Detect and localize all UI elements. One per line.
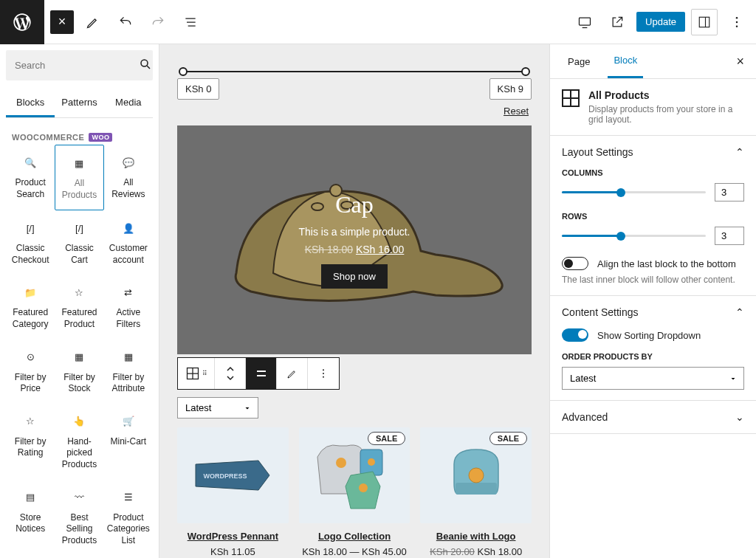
block-item-label: Filter by Attribute — [107, 372, 150, 395]
block-item-label: All Products — [58, 178, 100, 201]
close-inserter-button[interactable]: × — [50, 10, 74, 34]
block-item-label: Mini-Cart — [110, 436, 146, 448]
block-item-label: Store Notices — [9, 512, 52, 535]
editor-topbar: × Update — [0, 0, 756, 44]
product-card[interactable]: SALELogo CollectionKSh 18.00 — KSh 45.00… — [299, 427, 410, 558]
close-icon[interactable]: × — [736, 54, 744, 69]
rows-input[interactable] — [715, 227, 744, 245]
list-view-icon[interactable] — [177, 9, 204, 35]
redo-icon[interactable] — [145, 9, 171, 35]
block-item-product-collection-beta-[interactable]: ▦Product Collection (Beta) — [55, 555, 103, 558]
sort-dropdown[interactable]: Latest — [177, 397, 258, 418]
block-item-active-filters[interactable]: ⇄Active Filters — [104, 275, 153, 339]
device-preview-icon[interactable] — [571, 9, 598, 35]
product-card[interactable]: SALEBeanie with LogoKSh 20.00 KSh 18.00A… — [420, 427, 532, 558]
block-item-products-by-category[interactable]: 📁Products by Category — [6, 555, 55, 558]
product-card[interactable]: WORDPRESSWordPress PennantKSh 11.05Buy o… — [177, 427, 289, 558]
editor-canvas[interactable]: KSh 0 KSh 9 Reset Cap This is a simple p… — [159, 44, 549, 558]
external-link-icon[interactable] — [604, 9, 630, 35]
chevron-down-icon: ⌄ — [735, 411, 744, 423]
product-name[interactable]: Logo Collection — [299, 531, 410, 542]
block-item-label: Hand-picked Products — [58, 436, 100, 471]
block-settings-panel: Page Block × All Products Display produc… — [549, 44, 756, 558]
block-icon: [/] — [21, 219, 39, 237]
content-settings-header[interactable]: Content Settings⌃ — [562, 306, 744, 318]
block-item-filter-by-rating[interactable]: ☆Filter by Rating — [6, 404, 55, 480]
product-name[interactable]: WordPress Pennant — [177, 531, 289, 542]
block-item-filter-by-attribute[interactable]: ▦Filter by Attribute — [104, 340, 153, 404]
tab-patterns[interactable]: Patterns — [55, 89, 103, 117]
price-filter-slider[interactable] — [183, 71, 526, 72]
search-input-wrapper[interactable] — [6, 50, 153, 80]
block-item-hand-picked-products[interactable]: 👆Hand-picked Products — [55, 404, 103, 480]
svg-rect-11 — [257, 375, 266, 376]
toolbar-edit-icon[interactable] — [277, 358, 308, 389]
block-item-classic-checkout[interactable]: [/]Classic Checkout — [6, 210, 55, 275]
more-options-icon[interactable] — [724, 9, 750, 35]
svg-point-12 — [323, 369, 324, 371]
block-item-product-search[interactable]: 🔍Product Search — [6, 145, 55, 210]
svg-text:WORDPRESS: WORDPRESS — [204, 472, 247, 480]
svg-point-22 — [469, 468, 484, 483]
block-item-mini-cart[interactable]: 🛒Mini-Cart — [104, 404, 153, 480]
tab-media[interactable]: Media — [104, 89, 153, 117]
sorting-toggle[interactable] — [562, 328, 588, 342]
columns-slider[interactable] — [562, 191, 706, 193]
update-button[interactable]: Update — [636, 12, 685, 32]
columns-input[interactable] — [715, 183, 744, 202]
wordpress-logo[interactable] — [0, 0, 44, 44]
block-icon: ☆ — [21, 413, 39, 430]
toolbar-move-icon[interactable] — [215, 358, 246, 389]
slider-handle-max[interactable] — [521, 67, 530, 76]
block-item-newest-products[interactable]: ✨Newest Products — [104, 555, 153, 558]
block-icon: 📁 — [21, 283, 39, 301]
layout-settings-header[interactable]: Layout Settings⌃ — [562, 146, 744, 158]
toolbar-more-icon[interactable] — [308, 358, 339, 389]
pencil-icon[interactable] — [80, 9, 106, 35]
align-hint: The last inner block will follow other c… — [562, 275, 744, 285]
shop-now-button[interactable]: Shop now — [321, 264, 388, 289]
tab-blocks[interactable]: Blocks — [6, 89, 55, 117]
slider-handle-min[interactable] — [179, 67, 188, 76]
category-header: WOOCOMMERCE WOO — [6, 130, 153, 145]
rows-slider[interactable] — [562, 235, 706, 237]
order-by-select[interactable]: Latest — [562, 367, 744, 390]
columns-label: Columns — [562, 168, 744, 177]
block-item-featured-category[interactable]: 📁Featured Category — [6, 275, 55, 339]
align-last-toggle[interactable] — [562, 257, 588, 270]
block-item-best-selling-products[interactable]: 〰Best Selling Products — [55, 480, 103, 556]
toolbar-block-type-icon[interactable]: ⠿ — [178, 358, 215, 389]
block-icon: ▤ — [21, 489, 39, 506]
block-item-all-reviews[interactable]: 💬All Reviews — [104, 145, 153, 210]
toolbar-align-icon[interactable] — [246, 358, 277, 389]
block-item-label: Classic Cart — [58, 243, 100, 266]
product-name[interactable]: Beanie with Logo — [420, 531, 532, 542]
block-item-classic-cart[interactable]: [/]Classic Cart — [55, 210, 103, 275]
settings-panel-icon[interactable] — [691, 9, 718, 35]
woo-badge: WOO — [89, 133, 112, 142]
block-icon: 🛒 — [120, 413, 137, 430]
range-max-chip: KSh 9 — [489, 78, 532, 100]
advanced-header[interactable]: Advanced⌄ — [562, 411, 744, 423]
block-item-featured-product[interactable]: ☆Featured Product — [55, 275, 103, 339]
block-item-filter-by-price[interactable]: ⊙Filter by Price — [6, 340, 55, 404]
tab-block[interactable]: Block — [608, 44, 643, 78]
block-icon: 👤 — [120, 219, 137, 237]
block-item-all-products[interactable]: ▦All Products — [55, 145, 103, 210]
tab-page[interactable]: Page — [562, 46, 596, 78]
undo-icon[interactable] — [112, 9, 139, 35]
block-item-label: Product Search — [9, 177, 52, 200]
block-item-label: Filter by Price — [9, 372, 52, 395]
block-item-label: Filter by Stock — [58, 372, 100, 395]
block-item-customer-account[interactable]: 👤Customer account — [104, 210, 153, 275]
block-inserter-panel: Blocks Patterns Media WOOCOMMERCE WOO 🔍P… — [0, 44, 159, 558]
reset-link[interactable]: Reset — [177, 106, 529, 117]
search-input[interactable] — [15, 60, 139, 71]
search-icon — [139, 58, 152, 73]
featured-product-hero[interactable]: Cap This is a simple product. KSh 18.00 … — [177, 125, 532, 354]
block-item-product-categories-list[interactable]: ☰Product Categories List — [104, 480, 153, 556]
block-icon: ☰ — [120, 489, 137, 506]
block-item-store-notices[interactable]: ▤Store Notices — [6, 480, 55, 556]
block-item-filter-by-stock[interactable]: ▦Filter by Stock — [55, 340, 103, 404]
sale-badge: SALE — [489, 432, 527, 445]
